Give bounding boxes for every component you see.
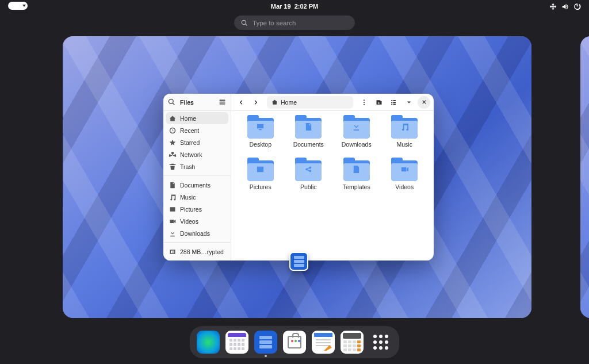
music-icon <box>169 194 176 201</box>
window-app-icon-files[interactable] <box>289 252 308 271</box>
folder-label: Videos <box>395 183 414 190</box>
path-bar[interactable]: Home <box>267 96 353 109</box>
clock-icon <box>169 127 176 134</box>
folder-label: Pictures <box>250 183 271 190</box>
folder-icon <box>247 118 274 139</box>
video-icon <box>169 218 176 225</box>
sidebar-item-network[interactable]: Network <box>163 148 231 160</box>
folder-label: Downloads <box>342 141 372 148</box>
sidebar-item-4-3-gb-volume[interactable]: 4.3 GB Volume <box>163 258 231 260</box>
folder-downloads[interactable]: Downloads <box>335 118 378 160</box>
dash-show-apps[interactable] <box>369 331 392 354</box>
folder-icon <box>247 160 274 181</box>
dash <box>190 326 399 358</box>
search-icon <box>241 20 248 26</box>
forward-button[interactable] <box>250 96 262 109</box>
files-app-title: Files <box>180 99 214 106</box>
files-sidebar: Files HomeRecentStarredNetworkTrashDocum… <box>163 94 231 260</box>
dash-app-text-editor[interactable] <box>312 331 335 354</box>
folder-label: Music <box>397 141 412 148</box>
folder-label: Desktop <box>249 141 271 148</box>
volume-icon <box>561 3 569 10</box>
network-icon <box>169 151 176 158</box>
top-bar: Mar 19 2:02 PM <box>0 0 589 13</box>
overview-search[interactable]: Type to search <box>234 16 355 30</box>
back-button[interactable] <box>235 96 247 109</box>
files-icon-grid[interactable]: DesktopDocumentsDownloadsMusicPicturesPu… <box>231 111 434 260</box>
system-status-area[interactable] <box>549 0 581 13</box>
folder-videos[interactable]: Videos <box>384 160 426 203</box>
folder-templates[interactable]: Templates <box>335 160 378 203</box>
star-icon <box>169 139 176 146</box>
folder-icon <box>295 160 322 181</box>
folder-label: Templates <box>343 183 370 190</box>
sidebar-item-documents[interactable]: Documents <box>163 179 231 191</box>
view-options-button[interactable] <box>403 96 415 109</box>
sidebar-item-music[interactable]: Music <box>163 191 231 203</box>
hamburger-menu-icon[interactable] <box>219 98 226 106</box>
home-icon <box>169 115 176 122</box>
folder-icon <box>343 118 370 139</box>
activities-button[interactable] <box>8 2 28 10</box>
svg-point-0 <box>364 99 365 101</box>
doc-icon <box>169 182 176 189</box>
folder-pictures[interactable]: Pictures <box>239 160 282 203</box>
trash-icon <box>169 163 176 170</box>
workspace-next[interactable] <box>580 36 589 318</box>
folder-icon <box>391 118 418 139</box>
power-icon <box>573 3 581 10</box>
folder-icon <box>343 160 370 181</box>
search-placeholder: Type to search <box>253 20 296 26</box>
list-view-button[interactable] <box>388 96 400 109</box>
folder-desktop[interactable]: Desktop <box>239 118 282 160</box>
workspace-current[interactable]: Files HomeRecentStarredNetworkTrashDocum… <box>63 36 531 318</box>
folder-icon <box>391 160 418 181</box>
dash-app-software[interactable] <box>283 331 306 354</box>
search-icon[interactable] <box>168 98 175 106</box>
home-icon <box>271 99 278 105</box>
folder-icon <box>295 118 322 139</box>
close-button[interactable] <box>418 96 430 109</box>
sidebar-item-trash[interactable]: Trash <box>163 160 231 173</box>
new-tab-button[interactable] <box>373 96 385 109</box>
picture-icon <box>169 206 176 213</box>
sidebar-item-home[interactable]: Home <box>166 112 228 124</box>
files-window[interactable]: Files HomeRecentStarredNetworkTrashDocum… <box>163 94 434 260</box>
folder-label: Documents <box>293 141 324 148</box>
svg-point-2 <box>364 104 365 105</box>
folder-documents[interactable]: Documents <box>288 118 330 160</box>
folder-public[interactable]: Public <box>288 160 330 203</box>
download-icon <box>169 230 176 237</box>
network-icon <box>549 3 557 10</box>
sidebar-item-288-mb-rypted[interactable]: 288 MB…rypted <box>163 246 231 258</box>
sidebar-item-pictures[interactable]: Pictures <box>163 203 231 215</box>
dash-app-calculator[interactable] <box>341 331 364 354</box>
files-toolbar: Home <box>231 94 434 111</box>
sidebar-item-starred[interactable]: Starred <box>163 136 231 148</box>
folder-label: Public <box>300 183 317 190</box>
sidebar-item-videos[interactable]: Videos <box>163 215 231 227</box>
folder-music[interactable]: Music <box>384 118 426 160</box>
sidebar-item-recent[interactable]: Recent <box>163 124 231 136</box>
kebab-menu-button[interactable] <box>358 96 370 109</box>
dash-app-files[interactable] <box>254 331 277 354</box>
disk-icon <box>169 248 176 255</box>
disk-icon <box>169 260 176 261</box>
sidebar-item-downloads[interactable]: Downloads <box>163 227 231 239</box>
dash-app-calendar[interactable] <box>225 331 248 354</box>
running-indicator <box>265 355 267 357</box>
clock[interactable]: Mar 19 2:02 PM <box>271 3 319 10</box>
svg-point-1 <box>364 101 365 102</box>
dash-app-web[interactable] <box>197 331 220 354</box>
